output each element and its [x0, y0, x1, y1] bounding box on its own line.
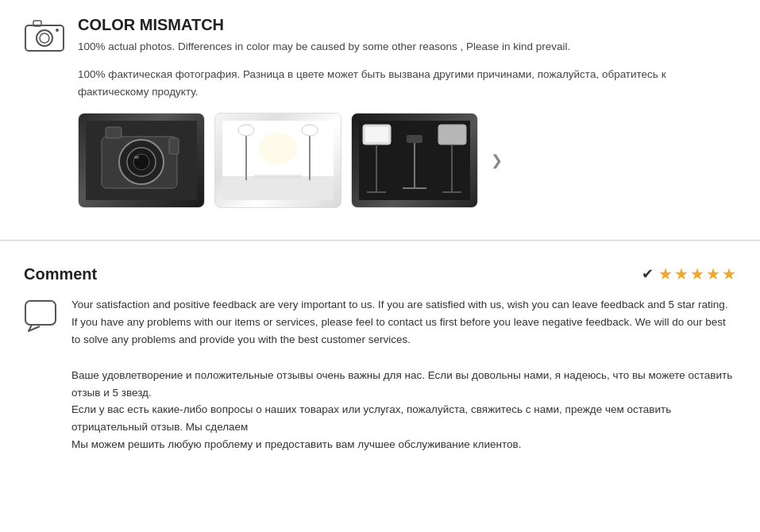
comment-russian: Ваше удовлетворение и положительные отзы…	[71, 367, 736, 453]
section-divider	[0, 240, 760, 241]
photo-gallery: ❯	[78, 113, 736, 208]
svg-rect-27	[438, 125, 466, 145]
color-mismatch-title-block: COLOR MISMATCH 100% actual photos. Diffe…	[78, 16, 570, 55]
comment-russian-text-1: Ваше удовлетворение и положительные отзы…	[71, 369, 732, 399]
svg-point-1	[37, 30, 52, 46]
comment-bubble-icon	[24, 298, 59, 333]
color-mismatch-russian: 100% фактическая фотография. Разница в ц…	[78, 66, 736, 100]
gallery-scroll-arrow[interactable]: ❯	[488, 148, 506, 172]
camera-icon	[24, 17, 65, 52]
svg-point-20	[258, 133, 298, 164]
comment-russian-text-2: Если у вас есть какие-либо вопросы о наш…	[71, 403, 671, 433]
color-mismatch-section: COLOR MISMATCH 100% actual photos. Diffe…	[0, 0, 760, 232]
color-mismatch-english: 100% actual photos. Differences in color…	[78, 39, 570, 55]
comment-english-text-2: If you have any problems with our items …	[71, 316, 726, 345]
svg-point-10	[134, 156, 139, 159]
svg-rect-34	[25, 301, 56, 325]
comment-english-text-1: Your satisfaction and positive feedback …	[71, 299, 727, 310]
star-4: ★	[706, 264, 720, 283]
rating-stars: ✔ ★ ★ ★ ★ ★	[642, 264, 736, 283]
color-mismatch-header: COLOR MISMATCH 100% actual photos. Diffe…	[24, 16, 736, 55]
svg-rect-21	[254, 175, 302, 178]
comment-title: Comment	[24, 265, 97, 283]
svg-rect-11	[106, 127, 122, 138]
comment-texts: Your satisfaction and positive feedback …	[71, 296, 736, 453]
svg-rect-24	[365, 127, 388, 142]
star-5: ★	[722, 264, 736, 283]
photo-camera[interactable]	[78, 113, 205, 208]
svg-point-17	[238, 125, 254, 136]
svg-rect-12	[169, 138, 179, 154]
photo-studio-dark[interactable]	[351, 113, 478, 208]
star-2: ★	[674, 264, 689, 283]
svg-rect-15	[222, 176, 334, 200]
comment-section: Comment ✔ ★ ★ ★ ★ ★ Your satisfaction an…	[0, 249, 760, 468]
star-1: ★	[658, 264, 673, 283]
svg-point-19	[302, 125, 318, 136]
color-mismatch-title: COLOR MISMATCH	[78, 16, 570, 34]
svg-point-2	[40, 33, 49, 43]
rating-check-icon: ✔	[642, 265, 654, 283]
comment-body: Your satisfaction and positive feedback …	[24, 296, 736, 453]
photo-studio-light[interactable]	[214, 113, 341, 208]
comment-english: Your satisfaction and positive feedback …	[71, 296, 736, 348]
star-3: ★	[690, 264, 704, 283]
svg-rect-31	[407, 135, 422, 143]
comment-header: Comment ✔ ★ ★ ★ ★ ★	[24, 264, 736, 283]
svg-point-4	[56, 29, 59, 32]
comment-russian-text-3: Мы можем решить любую проблему и предост…	[71, 438, 521, 450]
